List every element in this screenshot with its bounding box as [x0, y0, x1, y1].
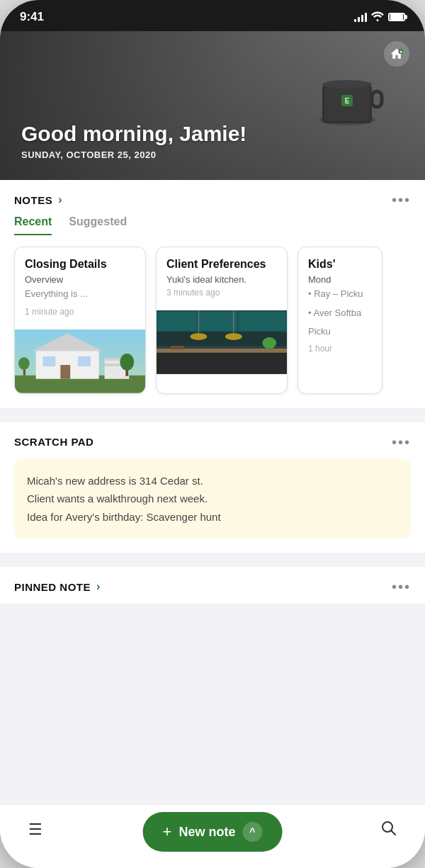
coffee-cup-decoration: E — [305, 52, 390, 137]
scratch-pad-header: SCRATCH PAD ••• — [14, 435, 411, 449]
note-preview-line3: Picku — [308, 325, 372, 338]
note-time: 1 minute ago — [25, 307, 135, 317]
battery-icon — [388, 13, 405, 21]
notes-tabs: Recent Suggested — [0, 207, 425, 235]
note-preview-line1: • Ray – Picku — [308, 288, 372, 300]
hero-text: Good morning, Jamie! SUNDAY, OCTOBER 25,… — [21, 122, 246, 160]
svg-point-20 — [120, 354, 134, 371]
note-subtitle: Mond — [308, 274, 372, 286]
divider-1 — [0, 415, 425, 422]
pinned-note-more-button[interactable]: ••• — [392, 580, 411, 594]
svg-line-39 — [392, 830, 396, 835]
note-card-closing-details[interactable]: Closing Details Overview Everything is .… — [14, 247, 146, 394]
notes-arrow-icon[interactable]: › — [58, 193, 62, 206]
svg-rect-27 — [198, 312, 237, 331]
status-time: 9:41 — [20, 10, 44, 24]
new-note-plus-icon: + — [163, 824, 172, 840]
notes-more-button[interactable]: ••• — [392, 193, 411, 207]
svg-rect-15 — [60, 365, 70, 379]
home-icon[interactable]: ✱ — [384, 41, 409, 67]
svg-rect-30 — [157, 353, 287, 374]
note-card-kids[interactable]: Kids' Mond • Ray – Picku • Aver Softba P… — [298, 247, 382, 394]
note-preview: Everything is ... — [25, 288, 135, 300]
new-note-label: New note — [178, 825, 235, 840]
divider-2 — [0, 560, 425, 567]
note-time: 1 hour — [308, 344, 372, 354]
note-image-house — [15, 329, 145, 393]
note-title: Kids' — [308, 257, 372, 271]
new-note-chevron-icon[interactable]: ^ — [242, 822, 262, 842]
search-icon[interactable] — [380, 819, 397, 840]
notes-title: NOTES — [14, 194, 52, 206]
pinned-note-section: PINNED NOTE › ••• — [0, 567, 425, 604]
note-preview-line2: • Aver Softba — [308, 307, 372, 320]
notes-section: NOTES › ••• Recent Suggested Closing Det… — [0, 180, 425, 408]
note-title: Client Preferences — [166, 257, 277, 271]
svg-point-34 — [225, 334, 242, 341]
wifi-icon — [371, 11, 384, 23]
notes-header: NOTES › ••• — [0, 180, 425, 207]
pinned-note-arrow-icon[interactable]: › — [96, 580, 100, 593]
svg-rect-37 — [171, 346, 185, 349]
hero-date: SUNDAY, OCTOBER 25, 2020 — [21, 150, 246, 160]
scratch-pad-text: Micah's new address is 314 Cedar st. Cli… — [27, 475, 221, 523]
svg-rect-28 — [239, 312, 285, 331]
new-note-button[interactable]: + New note ^ — [143, 812, 283, 852]
svg-rect-3 — [372, 91, 382, 107]
svg-point-32 — [190, 334, 207, 341]
svg-point-36 — [262, 337, 276, 349]
note-subtitle: Yuki's ideal kitchen. — [166, 274, 277, 286]
signal-icon — [354, 12, 367, 22]
note-time: 3 minutes ago — [166, 288, 277, 298]
pinned-note-title: PINNED NOTE — [14, 581, 91, 593]
note-card-client-preferences[interactable]: Client Preferences Yuki's ideal kitchen.… — [156, 247, 288, 394]
hero-greeting: Good morning, Jamie! — [21, 122, 246, 145]
main-content: NOTES › ••• Recent Suggested Closing Det… — [0, 180, 425, 804]
bottom-bar: ☰ + New note ^ — [0, 804, 425, 868]
pinned-note-header: PINNED NOTE › ••• — [14, 580, 411, 594]
note-title: Closing Details — [25, 257, 135, 271]
svg-rect-26 — [158, 312, 196, 331]
menu-icon[interactable]: ☰ — [28, 822, 42, 838]
svg-point-4 — [322, 80, 372, 89]
note-image-kitchen — [157, 310, 287, 374]
tab-recent[interactable]: Recent — [14, 215, 52, 235]
status-icons — [354, 11, 405, 23]
svg-text:E: E — [345, 97, 350, 105]
scratch-pad-section: SCRATCH PAD ••• Micah's new address is 3… — [0, 422, 425, 553]
scratch-pad-content[interactable]: Micah's new address is 314 Cedar st. Cli… — [14, 459, 411, 539]
svg-text:✱: ✱ — [400, 50, 402, 54]
hero-section: E ✱ Good morning, Jamie! SUNDAY, OCTOBER… — [0, 31, 425, 180]
svg-point-22 — [18, 357, 30, 370]
note-subtitle: Overview — [25, 274, 135, 286]
svg-rect-14 — [78, 356, 91, 366]
svg-rect-13 — [43, 356, 56, 366]
status-bar: 9:41 — [0, 0, 425, 31]
phone-frame: 9:41 — [0, 0, 425, 868]
scratch-pad-more-button[interactable]: ••• — [392, 435, 411, 449]
scratch-pad-title: SCRATCH PAD — [14, 436, 94, 448]
notes-scroll-container: Closing Details Overview Everything is .… — [0, 235, 425, 408]
tab-suggested[interactable]: Suggested — [69, 215, 127, 235]
